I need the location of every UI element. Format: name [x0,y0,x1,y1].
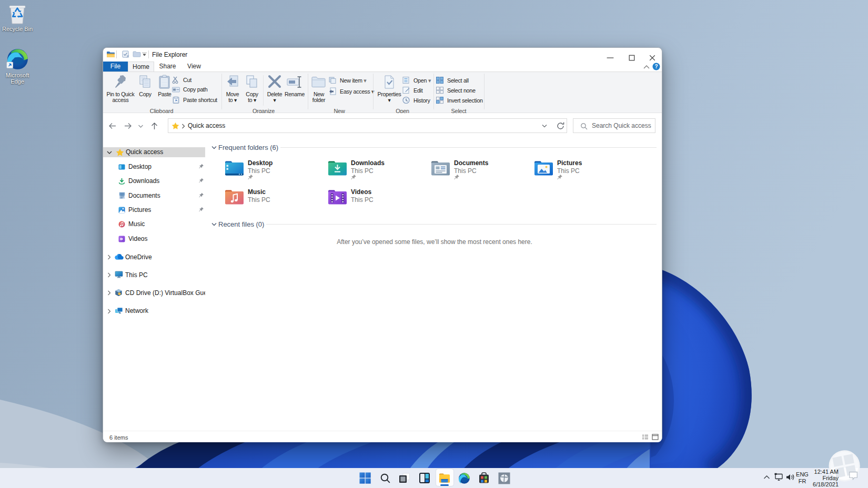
svg-text:?: ? [654,64,658,69]
